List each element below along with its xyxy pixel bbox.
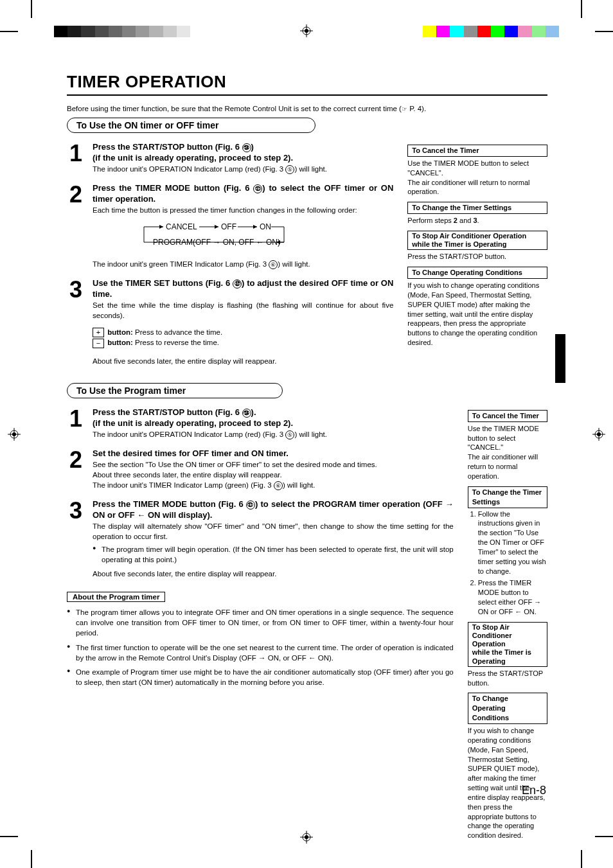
- crop-mark: [31, 850, 32, 868]
- step-lead: Press the START/STOP button (Fig. 6 ㉔) (…: [93, 142, 393, 164]
- bullet-item: The program timer allows you to integrat…: [67, 607, 454, 638]
- side-text: Perform steps 2 and 3.: [407, 216, 547, 226]
- crop-mark: [0, 31, 18, 32]
- step-a1: 1 Press the START/STOP button (Fig. 6 ㉔)…: [67, 142, 393, 174]
- list-item: Press the TIMER MODE button to select ei…: [478, 578, 547, 616]
- content: TIMER OPERATION Before using the timer f…: [67, 72, 547, 846]
- registration-mark-icon: [592, 428, 605, 441]
- page-number: En-8: [522, 784, 546, 797]
- flow-program: PROGRAM(OFF → ON, OFF ← ON): [153, 238, 280, 247]
- page: TIMER OPERATION Before using the timer f…: [0, 0, 613, 868]
- ref-circle: ㉜: [233, 279, 242, 288]
- intro-suffix: P. 4).: [407, 105, 426, 112]
- flow-off: OFF: [221, 222, 236, 231]
- step-lead: Press the TIMER MODE button (Fig. 6 ㉛) t…: [93, 183, 393, 205]
- step-text: About three seconds later, the entire di…: [93, 470, 454, 480]
- side-list: Follow the instructions given in the sec…: [468, 509, 547, 617]
- side-title: To Cancel the Timer: [468, 410, 547, 422]
- section-a-columns: 1 Press the START/STOP button (Fig. 6 ㉔)…: [67, 142, 547, 375]
- section-b-main: 1 Press the START/STOP button (Fig. 6 ㉔)…: [67, 407, 454, 691]
- step-lead: Press the START/STOP button (Fig. 6 ㉔). …: [93, 407, 454, 429]
- side-title: To Stop Air Conditioner Operationwhile t…: [407, 231, 547, 250]
- step-number: 3: [67, 499, 85, 579]
- step-body: Press the START/STOP button (Fig. 6 ㉔). …: [93, 407, 454, 439]
- section-b-heading: To Use the Program timer: [67, 383, 283, 398]
- rule: [67, 94, 547, 96]
- side-title: To Stop Air Conditioner Operationwhile t…: [468, 622, 547, 667]
- crop-mark: [581, 0, 582, 18]
- step-text: See the section "To Use the ON timer or …: [93, 459, 454, 470]
- registration-mark-icon: [300, 24, 313, 37]
- step-a3: 3 Use the TIMER SET buttons (Fig. 6 ㉜) t…: [67, 278, 393, 366]
- step-text: About five seconds later, the entire dis…: [93, 356, 393, 366]
- step-text: Each time the button is pressed the time…: [93, 205, 393, 215]
- button-line: + button: button: Press to advance the t…: [93, 327, 393, 337]
- ref-circle: ⑤: [285, 430, 294, 439]
- ref-circle: ㉔: [242, 409, 251, 418]
- thumb-tab: [555, 334, 565, 383]
- side-title: To Cancel the Timer: [407, 145, 547, 157]
- step-number: 3: [67, 278, 85, 366]
- step-number: 1: [67, 142, 85, 174]
- ref-circle: ㉔: [242, 143, 251, 152]
- ref-circle: ⑥: [269, 260, 278, 269]
- step-lead: Use the TIMER SET buttons (Fig. 6 ㉜) to …: [93, 278, 393, 300]
- step-text: The indoor unit's TIMER Indicator Lamp (…: [93, 480, 454, 490]
- step-body: Press the TIMER MODE button (Fig. 6 ㉛) t…: [93, 499, 454, 579]
- crop-mark: [0, 836, 18, 837]
- side-text: If you wish to change operating conditio…: [407, 281, 547, 348]
- side-title: To Change the Timer Settings: [407, 202, 547, 214]
- step-body: Set the desired times for OFF timer and …: [93, 448, 454, 490]
- crop-mark: [595, 31, 613, 32]
- intro-text: Before using the timer function, be sure…: [67, 105, 547, 112]
- step-b2: 2 Set the desired times for OFF timer an…: [67, 448, 454, 490]
- step-b1: 1 Press the START/STOP button (Fig. 6 ㉔)…: [67, 407, 454, 439]
- section-b-columns: 1 Press the START/STOP button (Fig. 6 ㉔)…: [67, 407, 547, 846]
- step-body: Press the TIMER MODE button (Fig. 6 ㉛) t…: [93, 183, 393, 269]
- crop-mark: [31, 0, 32, 18]
- side-title: To Change Operating Conditions: [468, 693, 547, 724]
- side-title: To Change Operating Conditions: [407, 267, 547, 279]
- ref-circle: ⑥: [274, 481, 283, 490]
- side-text: Press the START/STOP button.: [468, 669, 547, 688]
- side-text: Use the TIMER MODE button to select "CAN…: [407, 159, 547, 197]
- step-text: Set the time while the time display is f…: [93, 300, 393, 321]
- intro-prefix: Before using the timer function, be sure…: [67, 105, 402, 112]
- step-b3: 3 Press the TIMER MODE button (Fig. 6 ㉛)…: [67, 499, 454, 579]
- ref-circle: ⑤: [285, 165, 294, 174]
- registration-mark-icon: [8, 428, 21, 441]
- crop-mark: [581, 850, 582, 868]
- button-word: button:: [105, 339, 133, 346]
- flow-diagram: CANCEL OFF ON PROGRAM(OFF → ON, OFF ← ON…: [118, 220, 393, 254]
- bullet-item: The program timer will begin operation. …: [93, 544, 454, 565]
- step-number: 2: [67, 183, 85, 269]
- flow-svg: CANCEL OFF ON PROGRAM(OFF → ON, OFF ← ON…: [118, 220, 311, 251]
- bullet-item: One example of Program timer use might b…: [67, 667, 454, 687]
- section-a-side: To Cancel the Timer Use the TIMER MODE b…: [407, 142, 547, 353]
- pointer-icon: ☞: [402, 105, 407, 112]
- step-body: Press the START/STOP button (Fig. 6 ㉔) (…: [93, 142, 393, 174]
- step-bullets: The program timer will begin operation. …: [93, 544, 454, 565]
- section-a-heading: To Use the ON timer or OFF timer: [67, 118, 315, 133]
- step-body: Use the TIMER SET buttons (Fig. 6 ㉜) to …: [93, 278, 393, 366]
- section-a-main: 1 Press the START/STOP button (Fig. 6 ㉔)…: [67, 142, 393, 375]
- step-text: The display will alternately show "OFF t…: [93, 521, 454, 542]
- list-item: Follow the instructions given in the sec…: [478, 509, 547, 576]
- side-title: To Change the Timer Settings: [468, 486, 547, 508]
- ref-circle: ㉛: [246, 500, 255, 509]
- step-text: About five seconds later, the entire dis…: [93, 569, 454, 579]
- grayscale-bar: [54, 26, 190, 37]
- flow-cancel: CANCEL: [166, 222, 197, 231]
- step-lead: Press the TIMER MODE button (Fig. 6 ㉛) t…: [93, 499, 454, 521]
- page-title: TIMER OPERATION: [67, 72, 547, 92]
- step-a2: 2 Press the TIMER MODE button (Fig. 6 ㉛)…: [67, 183, 393, 269]
- about-title: About the Program timer: [67, 592, 165, 602]
- step-text: The indoor unit's green TIMER Indicator …: [93, 259, 393, 269]
- button-line: − button: Press to reverse the time.: [93, 337, 393, 348]
- side-text: Press the START/STOP button.: [407, 252, 547, 261]
- minus-icon: −: [93, 339, 104, 348]
- step-lead: Set the desired times for OFF timer and …: [93, 448, 454, 459]
- button-word: button:: [105, 328, 133, 336]
- step-number: 1: [67, 407, 85, 439]
- step-text: The indoor unit's OPERATION Indicator La…: [93, 164, 393, 174]
